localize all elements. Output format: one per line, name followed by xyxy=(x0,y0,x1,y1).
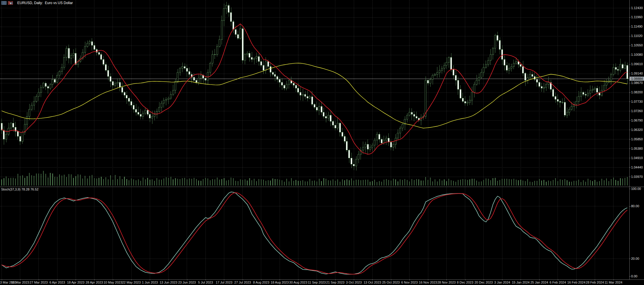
price-axis-tick xyxy=(629,149,631,149)
price-axis-tick xyxy=(629,45,631,46)
date-label: 8 Aug 2023 xyxy=(253,281,269,284)
date-label: 25 Oct 2023 xyxy=(382,281,400,284)
date-tick xyxy=(465,279,465,280)
date-tick xyxy=(539,279,540,280)
price-axis-tick xyxy=(629,83,631,83)
candlestick-chart-icon[interactable] xyxy=(8,1,13,5)
date-tick xyxy=(317,279,317,280)
price-axis-label: 1.06320 xyxy=(631,128,643,132)
date-tick xyxy=(76,279,76,280)
price-axis-label: 1.06790 xyxy=(631,119,643,122)
date-label: 28 Apr 2023 xyxy=(86,281,103,284)
price-axis-label: 1.12430 xyxy=(631,6,643,10)
date-tick xyxy=(205,279,206,280)
price-axis-label: 1.04910 xyxy=(631,156,643,160)
stoch-axis-tick xyxy=(629,189,631,189)
date-label: 25 Jan 2024 xyxy=(530,281,548,284)
price-axis-line xyxy=(629,0,630,279)
chart-title: EURUSD, Daily: Euro vs US Dollar xyxy=(17,1,73,5)
price-axis-label: 1.08200 xyxy=(631,90,643,94)
date-tick xyxy=(261,279,261,280)
date-label: 15 Jan 2024 xyxy=(512,281,530,284)
price-axis-label: 1.05380 xyxy=(631,147,643,151)
date-label: 15 Mar 2023 xyxy=(11,281,29,284)
date-label: 27 Jul 2023 xyxy=(234,281,251,284)
date-tick xyxy=(20,279,21,280)
price-axis-label: 1.07730 xyxy=(631,100,643,104)
stoch-axis-tick xyxy=(629,276,631,276)
price-axis-label: 1.07260 xyxy=(631,109,643,113)
date-tick xyxy=(428,279,428,280)
current-price-box: 1.08884 xyxy=(630,77,644,81)
date-tick xyxy=(446,279,447,280)
price-axis-tick xyxy=(629,27,631,27)
date-label: 18 Apr 2023 xyxy=(67,281,84,284)
date-label: 20 Dec 2023 xyxy=(475,281,493,284)
stochastic-label: Stoch(37,3,9) 78.28 76.52 xyxy=(1,188,38,191)
price-axis-tick xyxy=(629,130,631,130)
date-label: 3 Oct 2023 xyxy=(346,281,362,284)
date-label: 11 Sep 2023 xyxy=(308,281,326,284)
date-label: 17 Jul 2023 xyxy=(216,281,232,284)
price-axis-tick xyxy=(629,74,631,74)
price-axis-label: 1.04440 xyxy=(631,166,643,169)
date-tick xyxy=(372,279,373,280)
price-axis-tick xyxy=(629,8,631,8)
date-tick xyxy=(243,279,243,280)
date-label: 8 Dec 2023 xyxy=(457,281,473,284)
date-tick xyxy=(57,279,57,280)
date-tick xyxy=(187,279,187,280)
date-tick xyxy=(409,279,410,280)
stoch-axis-tick xyxy=(629,259,631,259)
date-label: 28 Feb 2024 xyxy=(586,281,604,284)
price-chart[interactable] xyxy=(0,0,629,187)
date-tick xyxy=(150,279,150,280)
price-axis-label: 1.05850 xyxy=(631,137,643,141)
date-tick xyxy=(94,279,95,280)
price-axis-tick xyxy=(629,111,631,111)
date-tick xyxy=(502,279,502,280)
date-tick xyxy=(354,279,354,280)
stoch-axis-label: 0.00 xyxy=(631,274,637,278)
stoch-axis-label: 80.00 xyxy=(631,204,639,208)
price-axis-tick xyxy=(629,102,631,102)
date-tick xyxy=(39,279,39,280)
date-label: 5 Jul 2023 xyxy=(198,281,213,284)
price-axis-tick xyxy=(629,139,631,139)
price-axis-label: 1.09140 xyxy=(631,72,643,75)
chart-title-bar: EURUSD, Daily: Euro vs US Dollar xyxy=(1,1,73,5)
date-label: 23 Jun 2023 xyxy=(178,281,196,284)
date-tick xyxy=(224,279,224,280)
price-axis-tick xyxy=(629,55,631,55)
date-tick xyxy=(391,279,391,280)
date-label: 27 Mar 2023 xyxy=(30,281,48,284)
time-axis-line xyxy=(0,279,644,280)
date-label: 13 Jun 2023 xyxy=(159,281,177,284)
price-axis-tick xyxy=(629,36,631,36)
price-axis-label: 1.08670 xyxy=(631,81,643,85)
price-axis-tick xyxy=(629,177,631,177)
date-label: 18 Aug 2023 xyxy=(271,281,289,284)
date-tick xyxy=(2,279,2,280)
date-label: 6 Apr 2023 xyxy=(50,281,65,284)
panel-separator[interactable] xyxy=(0,187,644,187)
date-tick xyxy=(484,279,484,280)
price-axis-tick xyxy=(629,158,631,158)
date-label: 16 Nov 2023 xyxy=(419,281,437,284)
date-label: 3 Jan 2024 xyxy=(494,281,510,284)
price-axis-tick xyxy=(629,167,631,168)
date-tick xyxy=(113,279,113,280)
grid-icon[interactable] xyxy=(1,1,6,5)
date-tick xyxy=(280,279,280,280)
date-tick xyxy=(595,279,595,280)
stochastic-chart[interactable] xyxy=(0,187,629,279)
price-axis-tick xyxy=(629,64,631,65)
date-tick xyxy=(558,279,558,280)
date-tick xyxy=(614,279,614,280)
date-label: 16 Feb 2024 xyxy=(567,281,585,284)
price-axis-label: 1.03970 xyxy=(631,175,643,179)
date-label: 10 May 2023 xyxy=(103,281,122,284)
date-tick xyxy=(169,279,169,280)
date-tick xyxy=(131,279,132,280)
price-axis-tick xyxy=(629,120,631,121)
